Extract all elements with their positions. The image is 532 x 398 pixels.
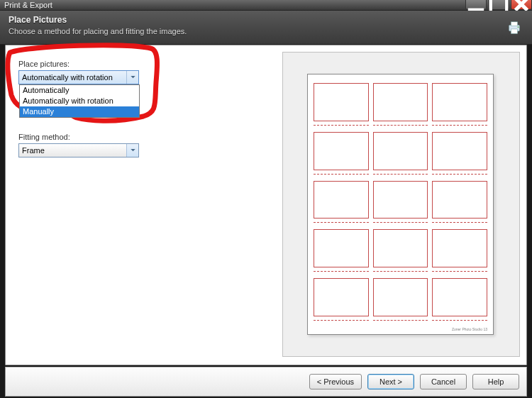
preview-cell [314, 229, 369, 272]
fitting-method-label: Fitting method: [18, 133, 262, 141]
wizard-header: Place Pictures Choose a method for placi… [0, 11, 532, 45]
preview-cell [432, 83, 487, 126]
chevron-down-icon [126, 144, 138, 157]
svg-rect-4 [511, 29, 517, 33]
window-title: Print & Export [4, 1, 52, 9]
chevron-down-icon [126, 71, 138, 84]
previous-button[interactable]: < Previous [309, 374, 362, 389]
place-pictures-options: Automatically Automatically with rotatio… [19, 84, 140, 118]
dropdown-option-automatically[interactable]: Automatically [20, 85, 139, 96]
window-controls [465, 0, 532, 10]
place-pictures-value: Automatically with rotation [22, 73, 113, 82]
preview-cell [373, 132, 428, 175]
preview-cell [373, 229, 428, 272]
preview-cell [314, 132, 369, 175]
fitting-method-dropdown[interactable]: Frame [18, 143, 139, 157]
wizard-footer: < Previous Next > Cancel Help [5, 367, 527, 397]
preview-cell [373, 278, 428, 321]
close-button[interactable] [511, 0, 532, 10]
minimize-button[interactable] [465, 0, 487, 10]
dropdown-option-automatically-rotation[interactable]: Automatically with rotation [20, 96, 139, 106]
preview-cell [432, 181, 487, 223]
printer-icon [506, 21, 522, 35]
options-pane: Place pictures: Automatically with rotat… [6, 45, 275, 365]
fitting-method-value: Frame [22, 146, 45, 155]
wizard-content: Place pictures: Automatically with rotat… [5, 45, 527, 365]
preview-cell [432, 132, 487, 175]
page-credit: Zoner Photo Studio 13 [452, 327, 487, 331]
window-titlebar: Print & Export [0, 0, 532, 11]
preview-cell [432, 278, 487, 321]
place-pictures-label: Place pictures: [18, 60, 262, 68]
page-layout: Zoner Photo Studio 13 [307, 74, 494, 335]
wizard-title: Place Pictures [9, 15, 523, 25]
place-pictures-dropdown[interactable]: Automatically with rotation Automaticall… [18, 70, 139, 84]
preview-cell [314, 181, 369, 223]
wizard-subtitle: Choose a method for placing and fitting … [9, 27, 523, 35]
next-button[interactable]: Next > [367, 374, 414, 389]
svg-rect-3 [511, 22, 517, 26]
preview-cell [314, 83, 369, 126]
preview-cell [373, 83, 428, 126]
preview-cell [373, 181, 428, 223]
dropdown-option-manually[interactable]: Manually [20, 106, 139, 117]
help-button[interactable]: Help [472, 374, 519, 389]
preview-cell [432, 229, 487, 272]
cancel-button[interactable]: Cancel [420, 374, 467, 389]
svg-point-5 [518, 26, 519, 28]
maximize-button[interactable] [488, 0, 509, 10]
preview-cell [314, 278, 369, 321]
page-preview: Zoner Photo Studio 13 [282, 52, 520, 357]
